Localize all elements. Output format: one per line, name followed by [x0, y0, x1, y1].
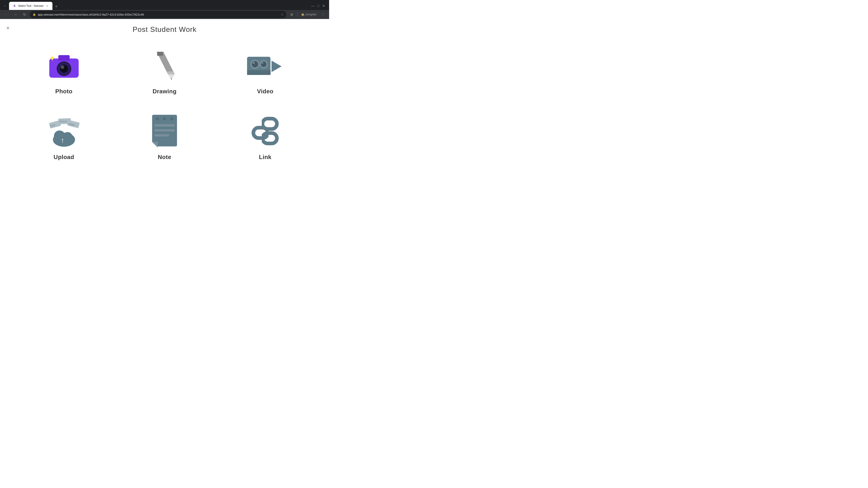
browser-chrome: ‹ S Select Tool - Seesaw ✕ + — □ ✕ ← → ↻… [0, 0, 329, 19]
content-grid: ✦ Photo Drawin [0, 34, 329, 179]
photo-item[interactable]: ✦ Photo [13, 38, 114, 104]
tabs-container: S Select Tool - Seesaw ✕ + [9, 2, 310, 10]
back-button[interactable]: ← [3, 11, 10, 18]
svg-point-19 [261, 61, 267, 67]
link-icon [247, 113, 283, 149]
svg-rect-40 [154, 134, 169, 136]
link-item[interactable]: Link [215, 104, 315, 170]
tab-close-button[interactable]: ✕ [45, 4, 49, 8]
extensions-button[interactable]: ⊞ [288, 11, 296, 18]
upload-svg: FILE PHOTO VIDEO ↑ [46, 113, 82, 149]
video-icon [247, 47, 283, 84]
svg-point-20 [261, 62, 264, 64]
active-tab[interactable]: S Select Tool - Seesaw ✕ [9, 2, 53, 10]
page-content: × Post Student Work [0, 19, 329, 184]
reload-button[interactable]: ↻ [21, 11, 28, 18]
new-tab-button[interactable]: + [53, 3, 59, 10]
video-svg [247, 52, 283, 79]
minimize-button[interactable]: — [311, 4, 315, 8]
svg-point-37 [170, 117, 174, 121]
svg-rect-11 [157, 52, 163, 56]
link-svg [247, 115, 283, 147]
close-page-button[interactable]: × [6, 25, 9, 31]
note-label: Note [158, 154, 171, 161]
address-bar-row: ← → ↻ 🔒 app.seesaw.me/#/item/new/class/c… [0, 10, 329, 19]
svg-text:↑: ↑ [61, 136, 64, 144]
incognito-icon: 🕵️ [301, 13, 305, 16]
drawing-icon [147, 47, 183, 84]
drawing-svg [150, 50, 179, 81]
svg-text:PHOTO: PHOTO [59, 120, 67, 123]
svg-point-16 [252, 61, 258, 67]
tab-title: Select Tool - Seesaw [18, 4, 43, 7]
page-title: Post Student Work [0, 19, 329, 34]
link-label: Link [259, 154, 272, 161]
browser-actions: ⊞ 🕵️ Incognito ⋮ [288, 11, 327, 18]
tab-favicon: S [13, 4, 16, 8]
drawing-item[interactable]: Drawing [114, 38, 215, 104]
svg-rect-39 [154, 129, 175, 131]
note-item[interactable]: Note [114, 104, 215, 170]
svg-marker-10 [167, 71, 175, 74]
drawing-label: Drawing [153, 88, 177, 95]
incognito-button[interactable]: 🕵️ Incognito [299, 12, 318, 17]
video-label: Video [257, 88, 274, 95]
svg-point-35 [156, 117, 159, 121]
address-bar[interactable]: 🔒 app.seesaw.me/#/item/new/class/class.e… [30, 11, 286, 18]
upload-item[interactable]: FILE PHOTO VIDEO ↑ Upload [13, 104, 114, 170]
upload-label: Upload [54, 154, 74, 161]
svg-point-17 [253, 62, 255, 64]
photo-label: Photo [55, 88, 72, 95]
window-controls: — □ ✕ [311, 4, 327, 8]
upload-icon: FILE PHOTO VIDEO ↑ [46, 113, 82, 149]
note-icon [147, 113, 183, 149]
svg-rect-38 [154, 124, 175, 127]
svg-marker-21 [272, 61, 282, 72]
svg-point-36 [163, 117, 166, 121]
close-window-button[interactable]: ✕ [322, 4, 326, 8]
url-text: app.seesaw.me/#/item/new/class/class.e01… [38, 13, 279, 16]
svg-rect-1 [58, 55, 70, 61]
bookmark-icon[interactable]: ☆ [281, 13, 284, 16]
incognito-label: Incognito [305, 13, 316, 16]
divider [297, 12, 298, 17]
menu-button[interactable]: ⋮ [319, 11, 327, 18]
forward-button[interactable]: → [12, 11, 19, 18]
tab-nav-prev[interactable]: ‹ [2, 3, 8, 9]
video-item[interactable]: Video [215, 38, 315, 104]
tab-bar: ‹ S Select Tool - Seesaw ✕ + — □ ✕ [0, 0, 329, 10]
svg-point-5 [61, 65, 64, 69]
svg-text:✦: ✦ [49, 54, 56, 63]
note-svg [151, 115, 178, 148]
maximize-button[interactable]: □ [316, 4, 320, 8]
lock-icon: 🔒 [33, 13, 36, 16]
photo-svg: ✦ [47, 52, 81, 79]
photo-icon: ✦ [46, 47, 82, 84]
